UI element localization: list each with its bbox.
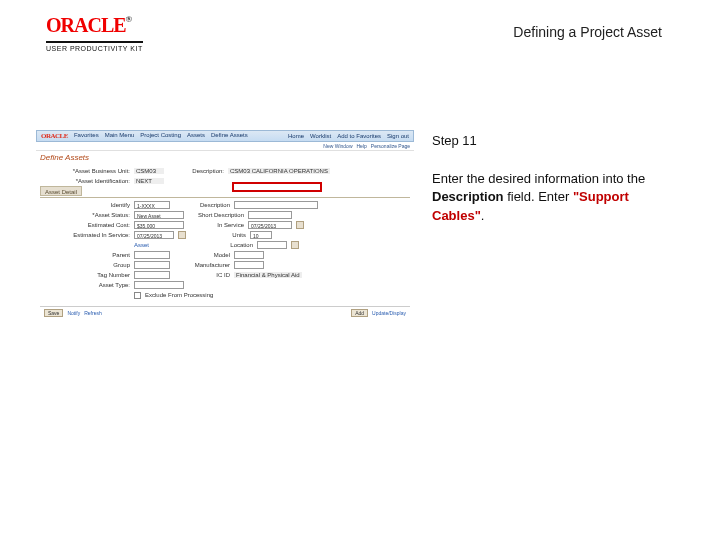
label-asset-status: *Asset Status: bbox=[40, 212, 130, 218]
icid-desc: Financial & Physical Aid bbox=[234, 272, 302, 278]
bu-description-value: CSM03 CALIFORNIA OPERATIONS bbox=[228, 168, 330, 174]
label-tag-number: Tag Number bbox=[40, 272, 130, 278]
label-ic-id: IC ID bbox=[174, 272, 230, 278]
business-unit-value: CSM03 bbox=[134, 168, 164, 174]
step-label: Step 11 bbox=[432, 132, 662, 150]
link-add-favorites[interactable]: Add to Favorites bbox=[337, 133, 381, 139]
tag-input[interactable] bbox=[134, 271, 170, 279]
screenshot-panel: ORACLE Favorites Main Menu Project Costi… bbox=[36, 130, 414, 330]
oracle-mini-logo: ORACLE bbox=[41, 132, 68, 140]
instr-part-a: Enter the desired information into the bbox=[432, 171, 645, 186]
identify-input[interactable]: 1-XXXX bbox=[134, 201, 170, 209]
instruction-text: Enter the desired information into the D… bbox=[432, 170, 662, 225]
window-links: New Window Help Personalize Page bbox=[36, 142, 414, 151]
tab-asset-detail[interactable]: Asset Detail bbox=[40, 186, 82, 196]
label-location: Location bbox=[197, 242, 253, 248]
tab-define-assets[interactable]: Define Assets bbox=[211, 132, 248, 140]
est-inservice-input[interactable]: 07/25/2013 bbox=[134, 231, 174, 239]
oracle-word: ORACLE bbox=[46, 14, 126, 36]
form-area: *Asset Business Unit: CSM03 Description:… bbox=[36, 164, 414, 323]
description-field-highlight bbox=[232, 182, 322, 192]
label-asset-type: Asset Type: bbox=[40, 282, 130, 288]
description-input[interactable] bbox=[234, 201, 318, 209]
units-input[interactable]: 10 bbox=[250, 231, 272, 239]
parent-input[interactable] bbox=[134, 251, 170, 259]
label-short-desc: Short Description bbox=[188, 212, 244, 218]
model-input[interactable] bbox=[234, 251, 264, 259]
label-manufacturer: Manufacturer bbox=[174, 262, 230, 268]
notify-link[interactable]: Notify bbox=[67, 310, 80, 316]
label-asset-id: *Asset Identification: bbox=[40, 178, 130, 184]
asset-id-value: NEXT bbox=[134, 178, 164, 184]
instr-part-c: . bbox=[481, 208, 485, 223]
tab-assets[interactable]: Assets bbox=[187, 132, 205, 140]
tm-symbol: ® bbox=[126, 14, 132, 24]
label-model: Model bbox=[174, 252, 230, 258]
tab-favorites[interactable]: Favorites bbox=[74, 132, 99, 140]
label-description: Description bbox=[174, 202, 230, 208]
est-cost-input[interactable]: $35,000 bbox=[134, 221, 184, 229]
link-sign-out[interactable]: Sign out bbox=[387, 133, 409, 139]
asset-type-select[interactable] bbox=[134, 281, 184, 289]
label-exclude: Exclude From Processing bbox=[145, 292, 213, 298]
asset-link[interactable]: Asset bbox=[134, 242, 149, 248]
field-name: Description bbox=[432, 189, 504, 204]
label-est-inservice: Estimated In Service: bbox=[40, 232, 130, 238]
link-home[interactable]: Home bbox=[288, 133, 304, 139]
label-bu-description: Description: bbox=[168, 168, 224, 174]
bottom-toolbar: Save Notify Refresh Add Update/Display bbox=[40, 306, 410, 319]
refresh-link[interactable]: Refresh bbox=[84, 310, 102, 316]
label-units: Units bbox=[190, 232, 246, 238]
label-parent: Parent bbox=[40, 252, 130, 258]
link-worklist[interactable]: Worklist bbox=[310, 133, 331, 139]
link-new-window[interactable]: New Window bbox=[323, 143, 352, 149]
oracle-logo: ORACLE® bbox=[46, 14, 143, 37]
short-desc-input[interactable] bbox=[248, 211, 292, 219]
link-help[interactable]: Help bbox=[357, 143, 367, 149]
section-heading: Define Assets bbox=[36, 151, 414, 164]
label-group: Group bbox=[40, 262, 130, 268]
label-est-cost: Estimated Cost: bbox=[40, 222, 130, 228]
header-logo: ORACLE® USER PRODUCTIVITY KIT bbox=[46, 14, 143, 55]
asset-status-select[interactable]: New Asset bbox=[134, 211, 184, 219]
update-display-link[interactable]: Update/Display bbox=[372, 310, 406, 316]
add-button[interactable]: Add bbox=[351, 309, 368, 317]
label-business-unit: *Asset Business Unit: bbox=[40, 168, 130, 174]
top-tab-bar: ORACLE Favorites Main Menu Project Costi… bbox=[36, 130, 414, 142]
group-input[interactable] bbox=[134, 261, 170, 269]
label-inservice-side: In Service bbox=[188, 222, 244, 228]
upk-label: USER PRODUCTIVITY KIT bbox=[46, 41, 143, 52]
inservice-input[interactable]: 07/25/2013 bbox=[248, 221, 292, 229]
tab-project-costing[interactable]: Project Costing bbox=[140, 132, 181, 140]
save-button[interactable]: Save bbox=[44, 309, 63, 317]
calendar-icon[interactable] bbox=[296, 221, 304, 229]
instruction-panel: Step 11 Enter the desired information in… bbox=[432, 132, 662, 225]
exclude-checkbox[interactable] bbox=[134, 292, 141, 299]
link-personalize[interactable]: Personalize Page bbox=[371, 143, 410, 149]
instr-part-b: field. Enter bbox=[504, 189, 573, 204]
tab-main-menu[interactable]: Main Menu bbox=[105, 132, 135, 140]
lookup-icon[interactable] bbox=[291, 241, 299, 249]
location-input[interactable] bbox=[257, 241, 287, 249]
page-title: Defining a Project Asset bbox=[513, 24, 662, 40]
label-identify: Identify bbox=[40, 202, 130, 208]
calendar-icon-2[interactable] bbox=[178, 231, 186, 239]
manufacturer-input[interactable] bbox=[234, 261, 264, 269]
